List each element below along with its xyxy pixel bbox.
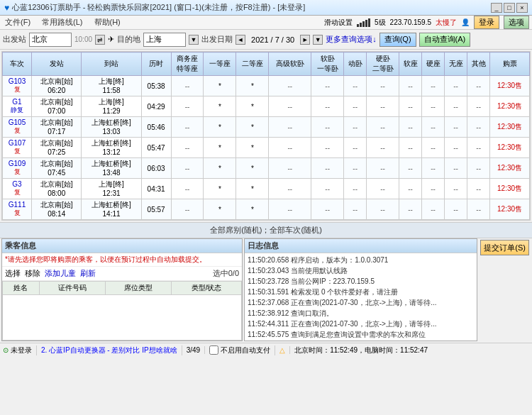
yideng-cell: *: [204, 158, 236, 179]
ruanwo-cell: --: [311, 199, 344, 220]
add-child-button[interactable]: 添加儿童: [45, 268, 76, 279]
yideng-cell: *: [204, 76, 236, 96]
train-id-cell: G109 复: [3, 158, 32, 179]
from-cell: 北京南[始]08:00: [32, 179, 82, 199]
app-icon: ♥: [4, 3, 9, 13]
bottom-panels: 乘客信息 *请先选择您即将购票的乘客，以便在预订过程中自动加载提交。 选择 移除…: [1, 238, 531, 341]
to-cell: 上海虹桥[终]13:48: [82, 158, 141, 179]
col-ruanwo: 软卧一等卧: [311, 52, 344, 76]
yingzuo-cell: --: [422, 117, 445, 138]
dongwo-cell: --: [344, 117, 367, 138]
login-status-text: 未登录: [11, 345, 32, 355]
buy-button[interactable]: 12:30售: [497, 102, 522, 110]
train-link[interactable]: G109: [9, 160, 26, 167]
passenger-panel-title: 乘客信息: [2, 239, 242, 253]
train-link[interactable]: G105: [9, 118, 26, 126]
col-dongwo: 动卧: [344, 52, 367, 76]
duration-cell: 05:38: [141, 76, 171, 96]
train-link[interactable]: G1: [12, 98, 21, 106]
menu-file[interactable]: 文件(F): [3, 16, 33, 28]
buy-button[interactable]: 12:30售: [497, 164, 522, 172]
menu-help[interactable]: 帮助(H): [92, 16, 123, 28]
time-text: 北京时间：11:52:49，电脑时间：11:52:47: [294, 346, 428, 354]
link-section[interactable]: 2. 心蓝IP自动更换器 - 差别对比 IP想啥就啥: [41, 345, 182, 355]
ruanwo-cell: --: [311, 158, 344, 179]
other-cell: --: [467, 179, 490, 199]
dongwo-cell: --: [344, 96, 367, 117]
ruanwo-cell: --: [311, 117, 344, 138]
yingzuo-cell: --: [422, 199, 445, 220]
date-prev[interactable]: ◄: [235, 35, 245, 45]
auto-pay-checkbox[interactable]: [209, 345, 218, 355]
date-dropdown[interactable]: ▼: [313, 35, 323, 45]
refresh-button[interactable]: 刷新: [80, 268, 96, 279]
col-erdeng: 二等座: [236, 52, 269, 76]
maximize-button[interactable]: □: [504, 3, 515, 13]
train-link[interactable]: G111: [9, 201, 26, 209]
select-button[interactable]: 选项: [504, 16, 529, 29]
passenger-col-id: 证件号码: [39, 282, 105, 295]
table-row: G109 复 北京南[始]07:45 上海虹桥[终]13:48 06:03 --…: [3, 158, 530, 179]
ruanwo-cell: --: [311, 96, 344, 117]
yideng-cell: *: [204, 138, 236, 158]
col-yideng: 一等座: [204, 52, 236, 76]
ruanwo-cell: --: [311, 179, 344, 199]
duration-cell: 06:03: [141, 158, 171, 179]
passenger-table: 姓名 证件号码 席位类型 类型/状态: [2, 281, 242, 341]
yingzuo-cell: --: [422, 158, 445, 179]
swap-button[interactable]: ⇌: [95, 35, 105, 45]
gaojiruan-cell: --: [269, 179, 311, 199]
yideng-cell: *: [204, 199, 236, 220]
train-link[interactable]: G107: [9, 139, 26, 147]
submit-order-button[interactable]: 提交订单(S): [480, 240, 529, 255]
minimize-button[interactable]: _: [491, 3, 502, 13]
wuzuo-cell: --: [445, 199, 467, 220]
col-wuzuo: 无座: [445, 52, 467, 76]
from-input[interactable]: [29, 33, 72, 47]
ruanzuo-cell: --: [399, 138, 422, 158]
log-entry: 11:50:23.043 当前使用默认线路: [248, 265, 474, 276]
to-cell: 上海[终]11:29: [82, 96, 141, 117]
table-row: G1 静复 北京南[始]07:00 上海[终]11:29 04:29 -- * …: [3, 96, 530, 117]
date-next[interactable]: ►: [300, 35, 310, 45]
menu-routes[interactable]: 常用路线(L): [40, 16, 84, 28]
log-entry: 11:50:31.591 检索发现 0 个软件爱好者，请注册: [248, 287, 474, 297]
auto-pay-section: 不启用自动支付: [209, 345, 275, 355]
more-query-link[interactable]: 更多查询选项↓: [326, 34, 377, 45]
close-button[interactable]: ×: [516, 3, 528, 13]
train-link[interactable]: G3: [12, 180, 21, 188]
select-count: 选中0/0: [213, 268, 239, 279]
log-panel: 日志信息 11:50:20.658 程序启动，版本为：1.0.0.307111:…: [244, 238, 477, 341]
auto-query-button[interactable]: 自动查询(A): [419, 33, 471, 47]
other-cell: --: [467, 117, 490, 138]
col-ruanzuo: 软座: [399, 52, 422, 76]
dongwo-cell: --: [344, 179, 367, 199]
col-gaojiruan: 高级软卧: [269, 52, 311, 76]
warning-icon: △: [279, 346, 285, 354]
col-yingzuo: 硬座: [422, 52, 445, 76]
log-content: 11:50:20.658 程序启动，版本为：1.0.0.307111:50:23…: [245, 253, 477, 341]
query-button[interactable]: 查询(Q): [379, 33, 416, 47]
buy-button[interactable]: 12:30售: [497, 82, 522, 89]
yingwo-cell: --: [367, 158, 399, 179]
train-link[interactable]: G103: [9, 77, 26, 85]
buy-button[interactable]: 12:30售: [497, 143, 522, 151]
from-cell: 北京南[始]07:17: [32, 117, 82, 138]
login-button[interactable]: 登录: [474, 16, 499, 29]
col-buy: 购票: [490, 52, 530, 76]
page-link[interactable]: 2. 心蓝IP自动更换器 - 差别对比 IP想啥就啥: [41, 345, 177, 355]
log-entry: 11:52:37.068 正在查询(2021-07-30，北京->上海)，请等待…: [248, 297, 474, 308]
train-table: 车次 发站 到站 历时 商务座特等座 一等座 二等座 高级软卧 软卧一等卧 动卧…: [2, 52, 530, 220]
title-bar: ♥ 心蓝12306订票助手 - 轻松购票快乐回家[2021] (窗口-1)(未注…: [0, 0, 532, 16]
buy-button[interactable]: 12:30售: [497, 123, 522, 131]
title-text: 心蓝12306订票助手 - 轻松购票快乐回家[2021] (窗口-1)(未注册，…: [12, 2, 491, 13]
to-arrow[interactable]: ▼: [189, 35, 199, 45]
buy-button[interactable]: 12:30售: [497, 184, 522, 192]
passenger-col-status: 类型/状态: [172, 282, 242, 295]
passenger-toolbar: 选择 移除 添加儿童 刷新 选中0/0: [2, 267, 242, 281]
buy-button[interactable]: 12:30售: [497, 205, 522, 213]
yingzuo-cell: --: [422, 96, 445, 117]
col-yingwo: 硬卧二等卧: [367, 52, 399, 76]
to-input[interactable]: [143, 33, 186, 47]
table-row: G103 复 北京南[始]06:20 上海[终]11:58 05:38 -- *…: [3, 76, 530, 96]
